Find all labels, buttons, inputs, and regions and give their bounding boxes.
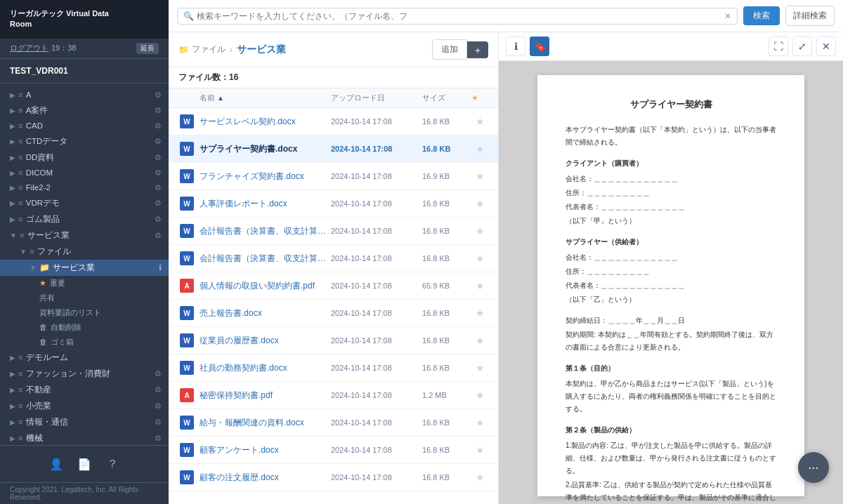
sidebar-item-dd[interactable]: ▶ ≡ DD資料 ⚙ <box>0 150 169 166</box>
document-title: サプライヤー契約書 <box>566 96 776 112</box>
sidebar-item-a-case[interactable]: ▶ ≡ A案件 ⚙ <box>0 102 169 119</box>
gear-icon[interactable]: ⚙ <box>155 434 162 443</box>
gear-icon[interactable]: ⚙ <box>155 168 162 178</box>
add-plus-button[interactable]: ＋ <box>467 41 488 58</box>
sidebar-item-machine[interactable]: ▶ ≡ 機械 ⚙ <box>0 430 169 445</box>
file-star[interactable]: ★ <box>471 116 488 127</box>
add-button[interactable]: 追加 <box>432 39 467 60</box>
file-star[interactable]: ★ <box>471 171 488 182</box>
sidebar-item-service-file[interactable]: ▼ ≡ ファイル <box>0 244 169 260</box>
sidebar-item-ctd[interactable]: ▶ ≡ CTDデータ ⚙ <box>0 133 169 150</box>
gear-icon[interactable]: ⚙ <box>155 418 162 427</box>
sidebar-item-retail[interactable]: ▶ ≡ 小売業 ⚙ <box>0 398 169 414</box>
file-size: 16.8 KB <box>422 309 471 317</box>
file-star[interactable]: ★ <box>471 472 488 483</box>
detail-search-button[interactable]: 詳細検索 <box>785 6 835 26</box>
sidebar-item-important[interactable]: ★ 重要 <box>0 276 169 291</box>
sidebar-item-auto-delete[interactable]: 🗑 自動削除 <box>0 320 169 335</box>
table-row[interactable]: A秘密保持契約書.pdf2024-10-14 17:081.2 MB★ <box>169 382 498 409</box>
column-size: サイズ <box>422 93 471 103</box>
document-icon[interactable]: 📄 <box>73 453 96 475</box>
sidebar-nav: ▶ ≡ A ⚙ ▶ ≡ A案件 ⚙ ▶ ≡ CAD ⚙ <box>0 84 169 445</box>
sidebar-item-trash[interactable]: 🗑 ゴミ箱 <box>0 335 169 350</box>
gear-icon[interactable]: ⚙ <box>155 215 162 224</box>
sidebar-item-shared[interactable]: 共有 <box>0 291 169 305</box>
word-icon: W <box>180 224 194 238</box>
gear-icon[interactable]: ⚙ <box>155 91 162 100</box>
sidebar-item-a[interactable]: ▶ ≡ A ⚙ <box>0 88 169 102</box>
gear-icon[interactable]: ⚙ <box>155 369 162 378</box>
file-star[interactable]: ★ <box>471 362 488 373</box>
sidebar-item-cad[interactable]: ▶ ≡ CAD ⚙ <box>0 119 169 133</box>
sidebar-item-service-folder[interactable]: ▼ 📁 サービス業 ℹ <box>0 260 169 276</box>
gear-icon[interactable]: ⚙ <box>155 183 162 192</box>
sidebar-item-vdr[interactable]: ▶ ≡ VDRデモ ⚙ <box>0 195 169 211</box>
expand-button[interactable]: ⛶ <box>769 37 788 56</box>
close-button[interactable]: ✕ <box>816 37 836 56</box>
bookmark-button[interactable]: 🔖 <box>530 37 549 56</box>
file-star[interactable]: ★ <box>471 198 488 209</box>
list-icon: ≡ <box>30 247 34 256</box>
sidebar-item-label: A案件 <box>26 105 48 116</box>
table-row[interactable]: W社員の勤務契約書.docx2024-10-14 17:0816.8 KB★ <box>169 354 498 382</box>
preview-toolbar: ℹ 🔖 ⛶ ⤢ ✕ <box>499 32 843 61</box>
preview-document: サプライヤー契約書 本サプライヤー契約書（以下「本契約」という）は、以下の当事者… <box>537 75 804 496</box>
help-icon[interactable]: ？ <box>101 453 124 475</box>
sidebar-item-file22[interactable]: ▶ ≡ File2-2 ⚙ <box>0 180 169 195</box>
gear-icon[interactable]: ⚙ <box>155 402 162 411</box>
sidebar-item-label: 重要 <box>50 278 65 289</box>
gear-icon[interactable]: ⚙ <box>155 385 162 394</box>
info-button[interactable]: ℹ <box>506 37 525 56</box>
search-button[interactable]: 検索 <box>743 6 780 25</box>
file-star[interactable]: ★ <box>471 253 488 264</box>
gear-icon[interactable]: ⚙ <box>155 231 162 240</box>
table-row[interactable]: A個人情報の取扱い契約約書.pdf2024-10-14 17:0865.9 KB… <box>169 272 498 300</box>
table-row[interactable]: W会計報告書（決算書、収支計算書）.docx.docx2024-10-14 17… <box>169 245 498 272</box>
extend-button[interactable]: 延長 <box>136 43 159 54</box>
word-icon: W <box>180 251 194 265</box>
search-input[interactable] <box>197 11 721 21</box>
file-star[interactable]: ★ <box>471 307 488 319</box>
file-count: ファイル数：16 <box>169 67 498 88</box>
table-row[interactable]: W顧客アンケート.docx2024-10-14 17:0816.8 KB★ <box>169 437 498 464</box>
file-star[interactable]: ★ <box>471 280 488 291</box>
sidebar-item-service[interactable]: ▼ ≡ サービス業 ⚙ <box>0 227 169 244</box>
table-row[interactable]: W売上報告書.docx2024-10-14 17:0816.8 KB★ <box>169 300 498 327</box>
file-date: 2024-10-14 17:08 <box>331 364 422 372</box>
fullscreen-button[interactable]: ⤢ <box>792 37 812 56</box>
file-star[interactable]: ★ <box>471 335 488 346</box>
preview-toolbar-left: ℹ 🔖 <box>506 37 549 56</box>
file-star[interactable]: ★ <box>471 143 488 154</box>
person-icon[interactable]: 👤 <box>45 453 67 475</box>
file-star[interactable]: ★ <box>471 444 488 456</box>
sidebar-item-info[interactable]: ▶ ≡ 情報・通信 ⚙ <box>0 414 169 430</box>
file-star[interactable]: ★ <box>471 225 488 237</box>
logout-link[interactable]: ログアウト <box>10 43 48 53</box>
gear-icon[interactable]: ⚙ <box>155 121 162 131</box>
table-row[interactable]: W従業員の履歴書.docx2024-10-14 17:0816.8 KB★ <box>169 327 498 354</box>
file-name: サービスレベル契約.docx <box>200 116 331 128</box>
search-clear-button[interactable]: ✕ <box>724 11 731 21</box>
fab-button[interactable]: ··· <box>798 452 829 483</box>
table-row[interactable]: W顧客の注文履歴.docx2024-10-14 17:0816.8 KB★ <box>169 464 498 491</box>
table-row[interactable]: W会計報告書（決算書、収支計算書）.docx2024-10-14 17:0816… <box>169 218 498 245</box>
sidebar-item-dicom[interactable]: ▶ ≡ DICOM ⚙ <box>0 166 169 180</box>
sidebar-item-real-estate[interactable]: ▶ ≡ 不動産 ⚙ <box>0 382 169 398</box>
file-star[interactable]: ★ <box>471 417 488 428</box>
table-row[interactable]: W人事評価レポート.docx2024-10-14 17:0816.8 KB★ <box>169 190 498 218</box>
sidebar-item-required[interactable]: 資料要請のリスト <box>0 305 169 320</box>
file-star[interactable]: ★ <box>471 390 488 401</box>
table-row[interactable]: Wサービスレベル契約.docx2024-10-14 17:0816.8 KB★ <box>169 108 498 135</box>
table-row[interactable]: W給与・報酬関連の資料.docx2024-10-14 17:0816.8 KB★ <box>169 409 498 437</box>
gear-icon[interactable]: ⚙ <box>155 199 162 208</box>
gear-icon[interactable]: ⚙ <box>155 106 162 115</box>
table-row[interactable]: Wフランチャイズ契約書.docx2024-10-14 17:0816.9 KB★ <box>169 163 498 190</box>
sidebar-item-fashion[interactable]: ▶ ≡ ファッション・消費財 ⚙ <box>0 366 169 382</box>
sidebar-item-gom[interactable]: ▶ ≡ ゴム製品 ⚙ <box>0 211 169 227</box>
gear-icon[interactable]: ⚙ <box>155 137 162 146</box>
gear-icon[interactable]: ⚙ <box>155 153 162 162</box>
table-row[interactable]: Wサプライヤー契約書.docx2024-10-14 17:0816.8 KB★ <box>169 135 498 163</box>
expander-icon: ▶ <box>10 370 15 378</box>
sort-icon: ▲ <box>217 94 224 102</box>
sidebar-item-demo[interactable]: ▶ ≡ デモルーム <box>0 350 169 366</box>
